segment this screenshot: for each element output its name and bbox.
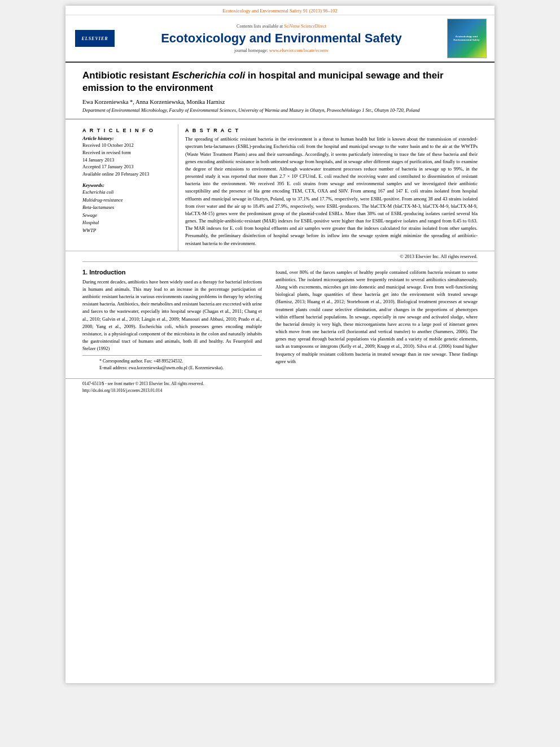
revised-date: 14 January 2013 [82, 156, 171, 164]
sciverse-link[interactable]: SciVerse ScienceDirect [284, 24, 326, 29]
journal-cover-area: Ecotoxicology and Environmental Safety [445, 19, 488, 58]
journal-header-center: Contents lists available at SciVerse Sci… [123, 19, 440, 58]
online-date: Available online 20 February 2013 [82, 171, 171, 178]
keyword-6: WWTP [82, 227, 171, 235]
article-title-section: Antibiotic resistant Escherichia coli in… [65, 63, 495, 119]
body-right-col: found, over 80% of the faeces samples of… [269, 267, 495, 377]
article-title: Antibiotic resistant Escherichia coli in… [82, 69, 478, 94]
abstract-text: The spreading of antibiotic resistant ba… [185, 136, 478, 247]
abstract-heading: A B S T R A C T [185, 128, 478, 133]
intro-para1-cont: found, over 80% of the faeces samples of… [275, 269, 478, 365]
elsevier-logo: ELSEVIER [75, 30, 115, 47]
homepage-url[interactable]: www.elsevier.com/locate/ecoenv [269, 48, 329, 53]
keywords-label: Keywords: [82, 182, 171, 188]
copyright-line: © 2013 Elsevier Inc. All rights reserved… [65, 251, 495, 261]
elsevier-logo-text: ELSEVIER [81, 36, 108, 41]
page: Ecotoxicology and Environmental Safety 9… [65, 6, 495, 683]
keyword-5: Hospital [82, 219, 171, 227]
homepage-line: journal homepage: www.elsevier.com/locat… [123, 48, 440, 53]
cover-image-text: Ecotoxicology and Environmental Safety [449, 35, 484, 42]
journal-citation-bar: Ecotoxicology and Environmental Safety 9… [65, 6, 495, 15]
article-info-abstract-section: A R T I C L E I N F O Article history: R… [65, 119, 495, 251]
history-label: Article history: [82, 136, 171, 141]
body-two-col: 1. Introduction During recent decades, a… [65, 267, 495, 377]
body-content: 1. Introduction During recent decades, a… [65, 262, 495, 377]
contents-line: Contents lists available at SciVerse Sci… [123, 24, 440, 29]
footnote-area: * Corresponding author. Fax: +48 8952345… [82, 355, 262, 374]
received-date: Received 10 October 2012 [82, 142, 171, 149]
journal-logo-area: ELSEVIER [72, 19, 117, 58]
keyword-4: Sewage [82, 212, 171, 220]
abstract-col: A B S T R A C T The spreading of antibio… [178, 124, 495, 251]
footnote-corresponding: * Corresponding author. Fax: +48 8952345… [99, 358, 245, 365]
keywords-section: Keywords: Escherichia coli Multidrug-res… [82, 182, 171, 235]
keyword-1: Escherichia coli [82, 189, 171, 196]
issn-line: 0147-6513/$ - see front matter © 2013 El… [82, 381, 204, 387]
journal-citation-text: Ecotoxicology and Environmental Safety 9… [222, 8, 338, 14]
article-affiliation: Department of Environmental Microbiology… [82, 107, 478, 113]
revised-label: Received in revised form [82, 149, 171, 156]
intro-para1: During recent decades, antibiotics have … [82, 278, 262, 353]
keyword-3: Beta-lactamases [82, 204, 171, 212]
journal-header: ELSEVIER Contents lists available at Sci… [65, 15, 495, 63]
journal-cover-image: Ecotoxicology and Environmental Safety [447, 19, 487, 58]
intro-heading: 1. Introduction [82, 269, 262, 276]
journal-title: Ecotoxicology and Environmental Safety [123, 31, 440, 46]
doi-line: http://dx.doi.org/10.1016/j.ecoenv.2013.… [82, 387, 204, 394]
article-info-col: A R T I C L E I N F O Article history: R… [65, 124, 178, 251]
bottom-bar: 0147-6513/$ - see front matter © 2013 El… [65, 378, 495, 395]
accepted-date: Accepted 17 January 2013 [82, 163, 171, 171]
article-authors: Ewa Korzeniewska *, Anna Korzeniewska, M… [82, 99, 478, 105]
article-info-heading: A R T I C L E I N F O [82, 128, 171, 133]
keyword-2: Multidrug-resistance [82, 196, 171, 204]
body-left-col: 1. Introduction During recent decades, a… [65, 267, 269, 377]
footnote-email: E-mail address: ewa.korzeniewska@uwm.edu… [99, 365, 245, 372]
bottom-bar-left: 0147-6513/$ - see front matter © 2013 El… [82, 381, 204, 394]
